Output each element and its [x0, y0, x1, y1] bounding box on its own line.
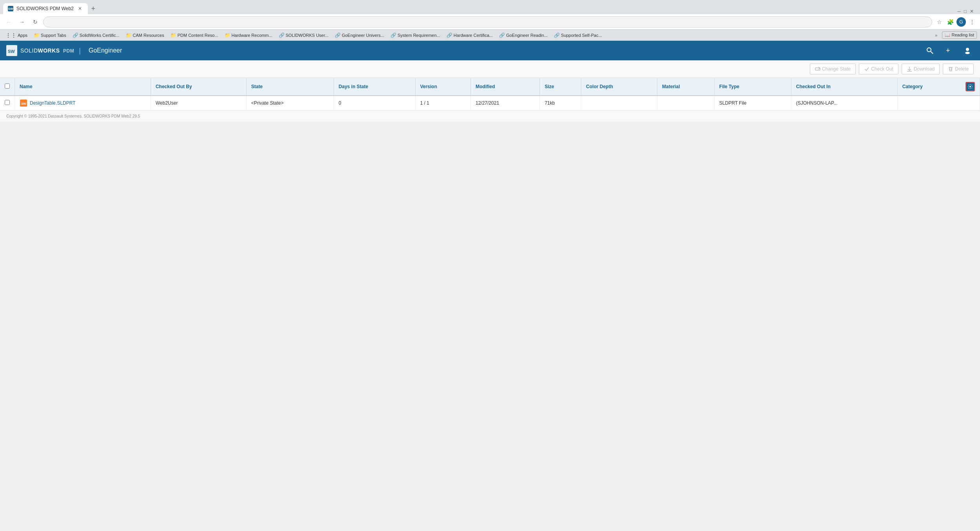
bookmark-goengineer-univers[interactable]: 🔗 GoEngineer Univers... — [332, 32, 387, 39]
active-tab[interactable]: SW SOLIDWORKS PDM Web2 ✕ — [3, 3, 88, 14]
new-tab-button[interactable]: + — [88, 3, 99, 14]
bookmark-hardware-recomm[interactable]: 📁 Hardware Recomm... — [222, 32, 275, 39]
bookmarks-bar: ⋮⋮ Apps 📁 Support Tabs 🔗 SolidWorks Cert… — [0, 30, 980, 41]
tab-favicon: SW — [8, 6, 13, 11]
header-checkbox-cell[interactable] — [0, 78, 15, 96]
header-version[interactable]: Version — [415, 78, 471, 96]
svg-line-3 — [931, 51, 933, 54]
reading-list-button[interactable]: 📖 Reading list — [942, 31, 977, 39]
bookmark-cam-resources[interactable]: 📁 CAM Resources — [123, 32, 167, 39]
app-logo: SW SOLIDWORKS PDM — [6, 45, 74, 56]
header-size[interactable]: Size — [540, 78, 581, 96]
bookmark-system-req[interactable]: 🔗 System Requiremen... — [388, 32, 443, 39]
delete-button[interactable]: Delete — [943, 63, 974, 74]
svg-text:SW: SW — [21, 102, 26, 105]
header-checked-out-by[interactable]: Checked Out By — [151, 78, 246, 96]
svg-point-6 — [965, 52, 970, 54]
app-header: SW SOLIDWORKS PDM | GoEngineer + — [0, 41, 980, 60]
bookmark-supported-self[interactable]: 🔗 Supported Self-Pac... — [552, 32, 604, 39]
row-category-cell — [897, 96, 980, 111]
address-bar-actions: ☆ 🧩 G ⋮ — [935, 17, 977, 27]
row-material-cell — [657, 96, 715, 111]
column-settings-button[interactable] — [965, 82, 975, 91]
row-checked-out-in-cell: (SJOHNSON-LAP... — [791, 96, 897, 111]
row-version-cell: 1 / 1 — [415, 96, 471, 111]
menu-icon[interactable]: ⋮ — [967, 17, 977, 27]
row-size-cell: 71kb — [540, 96, 581, 111]
svg-text:+: + — [946, 47, 950, 54]
address-bar: ← → ↻ localhost/SOLIDWORKSPDM/GoEngineer… — [0, 14, 980, 30]
star-icon[interactable]: ☆ — [935, 17, 944, 27]
header-state[interactable]: State — [246, 78, 334, 96]
solidworks-file-icon: SW — [20, 99, 27, 107]
bookmark-goengineer-reading[interactable]: 🔗 GoEngineer Readin... — [497, 32, 550, 39]
change-state-button[interactable]: Change State — [810, 63, 856, 74]
extensions-icon[interactable]: 🧩 — [946, 17, 955, 27]
forward-button[interactable]: → — [16, 16, 27, 27]
toolbar: Change State Check Out Download Delete — [0, 60, 980, 78]
logo-works: WORKS — [38, 47, 60, 54]
delete-icon — [948, 66, 953, 72]
header-material[interactable]: Material — [657, 78, 715, 96]
row-color-depth-cell — [581, 96, 657, 111]
table-row: SW DesignTable.SLDPRT Web2User <Private … — [0, 96, 980, 111]
maximize-button[interactable]: □ — [964, 9, 967, 14]
row-state-cell: <Private State> — [246, 96, 334, 111]
check-out-button[interactable]: Check Out — [859, 63, 898, 74]
svg-rect-10 — [949, 67, 952, 71]
url-input[interactable]: localhost/SOLIDWORKSPDM/GoEngineer — [43, 16, 932, 27]
bookmark-hardware-certifica[interactable]: 🔗 Hardware Certifica... — [444, 32, 495, 39]
header-color-depth[interactable]: Color Depth — [581, 78, 657, 96]
row-checkbox-cell[interactable] — [0, 96, 15, 111]
header-days-in-state[interactable]: Days in State — [334, 78, 415, 96]
svg-point-5 — [966, 48, 969, 51]
logo-solid: SOLID — [20, 47, 38, 54]
browser-window: SW SOLIDWORKS PDM Web2 ✕ + ─ □ ✕ ← → ↻ l… — [0, 0, 980, 41]
svg-point-13 — [969, 86, 971, 87]
change-state-icon — [815, 66, 820, 72]
logo-brand-text: SOLIDWORKS PDM — [20, 47, 74, 54]
add-header-icon[interactable]: + — [942, 44, 955, 57]
table-header-row: Name Checked Out By State Days in State … — [0, 78, 980, 96]
header-name[interactable]: Name — [15, 78, 151, 96]
row-checkbox[interactable] — [5, 100, 10, 105]
minimize-button[interactable]: ─ — [957, 9, 961, 14]
bookmark-apps[interactable]: ⋮⋮ Apps — [3, 31, 30, 39]
table-container: Name Checked Out By State Days in State … — [0, 78, 980, 111]
svg-text:SW: SW — [8, 49, 15, 54]
check-out-icon — [864, 66, 869, 72]
bookmark-pdm-content[interactable]: 📁 PDM Content Reso... — [168, 32, 221, 39]
header-checked-out-in[interactable]: Checked Out In — [791, 78, 897, 96]
footer: Copyright © 1995-2021 Dassault Systemes.… — [0, 111, 980, 121]
search-header-icon[interactable] — [924, 44, 936, 57]
row-file-type-cell: SLDPRT File — [714, 96, 791, 111]
bookmark-support-tabs[interactable]: 📁 Support Tabs — [31, 32, 69, 39]
download-button[interactable]: Download — [902, 63, 940, 74]
more-bookmarks-button[interactable]: » — [935, 33, 937, 38]
header-file-type[interactable]: File Type — [714, 78, 791, 96]
refresh-button[interactable]: ↻ — [30, 16, 41, 27]
row-file-name[interactable]: DesignTable.SLDPRT — [30, 100, 76, 106]
svg-point-2 — [927, 48, 931, 52]
row-checked-out-by-cell: Web2User — [151, 96, 246, 111]
bookmark-solidworks-certific[interactable]: 🔗 SolidWorks Certific... — [70, 32, 122, 39]
download-icon — [907, 66, 912, 72]
tab-bar: SW SOLIDWORKS PDM Web2 ✕ + ─ □ ✕ — [0, 0, 980, 14]
app-name-text: GoEngineer — [89, 47, 122, 54]
copyright-text: Copyright © 1995-2021 Dassault Systemes.… — [6, 114, 140, 118]
row-name-cell: SW DesignTable.SLDPRT — [15, 96, 151, 111]
tab-close-button[interactable]: ✕ — [77, 5, 83, 12]
header-modified[interactable]: Modified — [471, 78, 540, 96]
solidworks-logo-icon: SW — [6, 45, 17, 56]
back-button[interactable]: ← — [3, 16, 14, 27]
profile-icon[interactable]: G — [956, 17, 966, 27]
files-table: Name Checked Out By State Days in State … — [0, 78, 980, 111]
bookmark-solidworks-user[interactable]: 🔗 SOLIDWORKS User... — [276, 32, 331, 39]
row-days-in-state-cell: 0 — [334, 96, 415, 111]
select-all-checkbox[interactable] — [5, 83, 10, 89]
row-modified-cell: 12/27/2021 — [471, 96, 540, 111]
close-window-button[interactable]: ✕ — [970, 9, 974, 14]
app-container: SW SOLIDWORKS PDM | GoEngineer + Change … — [0, 41, 980, 121]
user-header-icon[interactable] — [961, 44, 974, 57]
header-category[interactable]: Category — [898, 78, 980, 95]
